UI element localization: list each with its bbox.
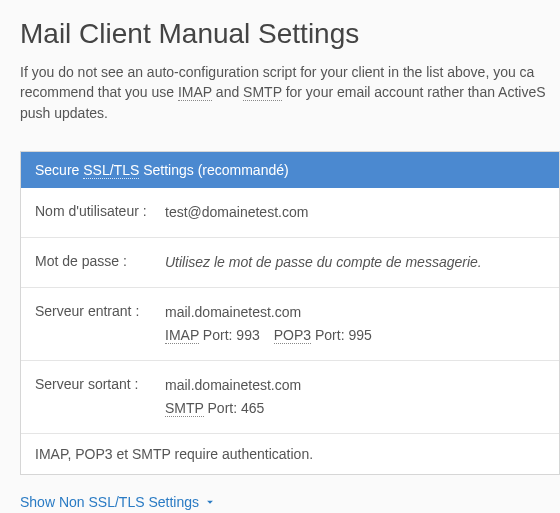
imap-port: 993	[236, 327, 259, 343]
outgoing-host: mail.domainetest.com	[165, 375, 545, 396]
outgoing-row: Serveur sortant : mail.domainetest.com S…	[21, 361, 559, 434]
pop3-abbr-port: POP3	[274, 327, 311, 344]
auth-footnote: IMAP, POP3 et SMTP require authenticatio…	[21, 434, 559, 474]
chevron-down-icon	[203, 495, 217, 509]
smtp-abbr-port: SMTP	[165, 400, 204, 417]
incoming-label: Serveur entrant :	[35, 302, 165, 321]
outgoing-label: Serveur sortant :	[35, 375, 165, 394]
ssltls-abbr: SSL/TLS	[83, 162, 139, 179]
incoming-host: mail.domainetest.com	[165, 302, 545, 323]
intro-mid: and	[212, 84, 243, 100]
ssl-settings-panel: Secure SSL/TLS Settings (recommandé) Nom…	[20, 151, 560, 475]
smtp-port: 465	[241, 400, 264, 416]
username-label: Nom d'utilisateur :	[35, 202, 165, 221]
toggle-label: Show Non SSL/TLS Settings	[20, 494, 199, 510]
show-non-ssl-toggle[interactable]: Show Non SSL/TLS Settings	[20, 494, 217, 510]
imap-port-label: Port:	[199, 327, 236, 343]
imap-abbr-port: IMAP	[165, 327, 199, 344]
smtp-port-label: Port:	[204, 400, 241, 416]
pop3-port: 995	[348, 327, 371, 343]
panel-header-pre: Secure	[35, 162, 83, 178]
password-row: Mot de passe : Utilisez le mot de passe …	[21, 238, 559, 288]
imap-abbr: IMAP	[178, 84, 212, 101]
incoming-row: Serveur entrant : mail.domainetest.com I…	[21, 288, 559, 361]
panel-header: Secure SSL/TLS Settings (recommandé)	[21, 152, 559, 188]
username-row: Nom d'utilisateur : test@domainetest.com	[21, 188, 559, 238]
page-title: Mail Client Manual Settings	[20, 18, 560, 50]
password-value: Utilisez le mot de passe du compte de me…	[165, 254, 482, 270]
password-label: Mot de passe :	[35, 252, 165, 271]
panel-header-post: Settings (recommandé)	[139, 162, 288, 178]
smtp-abbr: SMTP	[243, 84, 282, 101]
username-value: test@domainetest.com	[165, 202, 545, 223]
intro-text: If you do not see an auto-configuration …	[20, 62, 560, 123]
pop3-port-label: Port:	[311, 327, 348, 343]
